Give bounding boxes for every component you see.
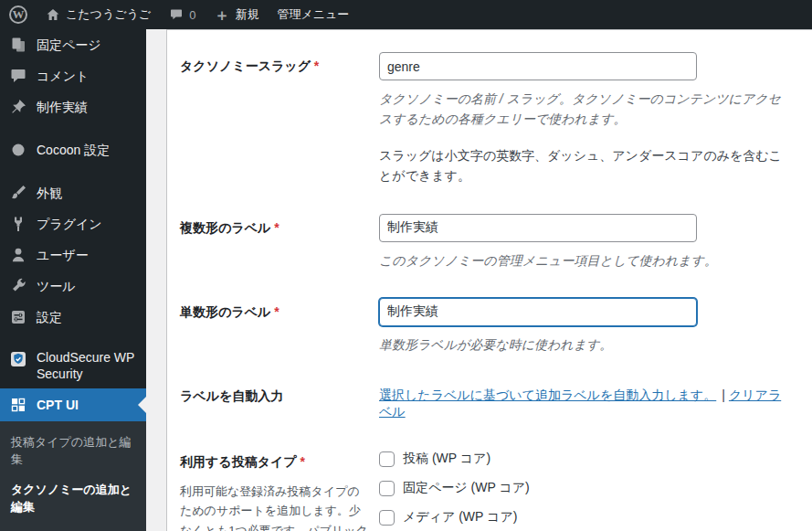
singular-label-input[interactable] (379, 298, 697, 326)
taxonomy-settings-panel: タクソノミースラッグ * タクソノミーの名前 / スラッグ。タクソノミーのコンテ… (166, 29, 812, 531)
pages-icon (9, 36, 27, 54)
sidebar-item-users[interactable]: ユーザー (0, 239, 146, 271)
comments-icon (9, 67, 27, 85)
post-type-option-media: メディア (WP コア) (379, 509, 794, 526)
form-row-post-types: 利用する投稿タイプ * 利用可能な登録済み投稿タイプのためのサポートを追加します… (180, 429, 794, 531)
form-row-singular-label: 単数形のラベル * 単数形ラベルが必要な時に使われます。 (180, 279, 794, 363)
required-asterisk: * (274, 304, 279, 319)
sidebar-item-label: 外観 (37, 185, 62, 201)
slug-label: タクソノミースラッグ * (180, 52, 379, 186)
shield-icon (9, 350, 27, 368)
cptui-icon (9, 396, 27, 414)
main-content-area: タクソノミースラッグ * タクソノミーの名前 / スラッグ。タクソノミーのコンテ… (146, 29, 812, 531)
comments-count: 0 (189, 8, 195, 22)
sidebar-item-label: コメント (37, 68, 89, 84)
appearance-icon (9, 184, 27, 202)
admin-sidebar: 固定ページ コメント 制作実績 Cocoon 設定 外観 プラグイン (0, 29, 146, 531)
sidebar-item-cocoon-settings[interactable]: Cocoon 設定 (0, 134, 146, 165)
sidebar-item-works[interactable]: 制作実績 (0, 91, 146, 122)
settings-icon (9, 308, 27, 326)
active-menu-arrow (138, 397, 146, 413)
autofill-label: ラベルを自動入力 (180, 382, 379, 420)
sidebar-item-label: 制作実績 (37, 99, 88, 115)
comment-bubble-icon (169, 7, 184, 22)
required-asterisk: * (314, 58, 319, 73)
sidebar-item-settings[interactable]: 設定 (0, 302, 146, 333)
required-asterisk: * (301, 454, 305, 469)
sidebar-item-plugins[interactable]: プラグイン (0, 208, 146, 239)
sidebar-item-label: 固定ページ (37, 37, 101, 53)
sidebar-item-label: 設定 (37, 309, 62, 325)
populate-labels-link[interactable]: 選択したラベルに基づいて追加ラベルを自動入力します。 (379, 388, 716, 402)
form-row-plural-label: 複数形のラベル * このタクソノミーの管理メニュー項目として使われます。 (180, 195, 794, 279)
sidebar-item-label: CloudSecure WP Security (37, 349, 139, 382)
singular-description: 単数形ラベルが必要な時に使われます。 (379, 335, 794, 355)
admin-menu-toggle[interactable]: 管理メニュー (268, 0, 358, 29)
post-types-description: 利用可能な登録済み投稿タイプのためのサポートを追加します。少なくとも1つ必要です… (180, 482, 379, 531)
post-type-option-posts: 投稿 (WP コア) (379, 451, 794, 467)
new-label: 新規 (235, 6, 258, 23)
comments-bubble[interactable]: 0 (160, 0, 205, 29)
checkbox-media[interactable] (379, 510, 395, 526)
plural-label: 複数形のラベル * (180, 214, 379, 271)
sidebar-item-cpt-ui[interactable]: CPT UI (0, 388, 146, 421)
plus-icon: ＋ (214, 7, 229, 23)
slug-note: スラッグは小文字の英数字、ダッシュ、アンダースコアのみを含むことができます。 (379, 145, 794, 186)
checkbox-pages[interactable] (379, 481, 395, 496)
site-name: こたつうごうご (66, 6, 151, 23)
sidebar-item-pages[interactable]: 固定ページ (0, 29, 146, 60)
sidebar-item-tools[interactable]: ツール (0, 271, 146, 302)
sidebar-item-label: ユーザー (37, 247, 89, 263)
sidebar-item-appearance[interactable]: 外観 (0, 177, 146, 208)
wordpress-logo-menu[interactable]: W (0, 0, 37, 29)
slug-input[interactable] (379, 52, 697, 80)
form-row-autofill: ラベルを自動入力 選択したラベルに基づいて追加ラベルを自動入力します。|クリアラ… (180, 363, 794, 429)
singular-label: 単数形のラベル * (180, 298, 379, 355)
sidebar-item-label: CPT UI (37, 397, 79, 413)
submenu-item-registered[interactable]: 登録済み (0, 523, 146, 531)
sidebar-item-label: ツール (37, 278, 76, 294)
sidebar-item-cloudsecure[interactable]: CloudSecure WP Security (0, 343, 146, 388)
plugin-icon (9, 215, 27, 233)
form-row-slug: タクソノミースラッグ * タクソノミーの名前 / スラッグ。タクソノミーのコンテ… (180, 32, 794, 195)
sidebar-item-label: Cocoon 設定 (37, 142, 110, 158)
plural-description: このタクソノミーの管理メニュー項目として使われます。 (379, 250, 794, 271)
submenu-item-post-types[interactable]: 投稿タイプの追加と編集 (0, 428, 146, 475)
users-icon (9, 246, 27, 264)
admin-bar: W こたつうごうご 0 ＋ 新規 管理メニュー (0, 0, 812, 29)
home-icon (46, 7, 60, 22)
pushpin-icon (9, 98, 27, 116)
link-separator: | (722, 388, 725, 402)
cpt-ui-submenu: 投稿タイプの追加と編集 タクソノミーの追加と編集 登録済み (0, 421, 146, 531)
wordpress-logo-icon: W (9, 5, 27, 24)
sidebar-item-comments[interactable]: コメント (0, 60, 146, 91)
plural-label-input[interactable] (379, 214, 697, 242)
post-types-label: 利用する投稿タイプ * 利用可能な登録済み投稿タイプのためのサポートを追加します… (180, 448, 379, 531)
admin-menu-label: 管理メニュー (277, 6, 349, 23)
site-name-link[interactable]: こたつうごうご (37, 0, 160, 29)
sidebar-item-label: プラグイン (37, 216, 102, 232)
required-asterisk: * (274, 220, 279, 235)
checkbox-posts[interactable] (379, 451, 395, 467)
new-content-menu[interactable]: ＋ 新規 (205, 0, 268, 29)
post-type-option-pages: 固定ページ (WP コア) (379, 480, 794, 496)
submenu-item-taxonomies[interactable]: タクソノミーの追加と編集 (0, 475, 146, 523)
tools-icon (9, 277, 27, 295)
circle-icon (9, 141, 27, 159)
slug-description: タクソノミーの名前 / スラッグ。タクソノミーのコンテンツにアクセスするための各… (379, 89, 794, 130)
